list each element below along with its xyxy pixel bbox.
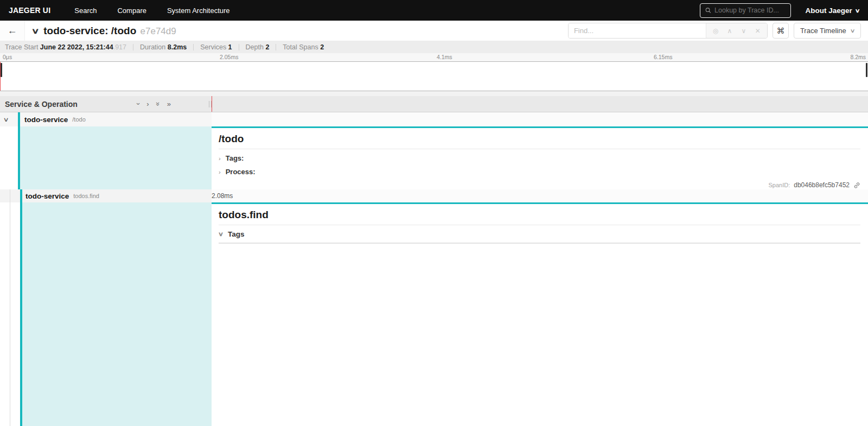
service-accent-bar (20, 189, 22, 202)
span-detail-panel-todos-find: todos.find ∨ Tags (212, 202, 868, 426)
back-arrow-icon: ← (8, 25, 17, 36)
minimap-canvas[interactable] (0, 61, 868, 91)
find-input[interactable] (569, 23, 706, 38)
search-icon (705, 7, 711, 14)
collapse-one-icon[interactable]: › (135, 103, 142, 105)
collapse-trace-chevron-icon[interactable]: ∨ (31, 27, 39, 35)
summary-label: Services (200, 43, 228, 51)
command-icon: ⌘ (776, 26, 784, 36)
nav-item-system-architecture[interactable]: System Architecture (167, 7, 230, 15)
keyboard-shortcuts-button[interactable]: ⌘ (773, 23, 789, 39)
span-detail-row-todo: /todo › Tags: › Process: SpanID: db046b8… (0, 126, 868, 189)
minimap-gap (0, 91, 868, 96)
minimap-left-scrubber[interactable] (1, 63, 2, 77)
match-highlight-icon[interactable]: ◎ (709, 27, 723, 35)
chevron-down-icon: ∨ (218, 231, 224, 238)
about-jaeger-menu[interactable]: About Jaeger ∨ (805, 7, 859, 15)
span-detail-panel-todo: /todo › Tags: › Process: SpanID: db046b8… (212, 126, 868, 189)
minimap-tick-label: 8.2ms (850, 54, 866, 60)
summary-label: Trace Start (5, 43, 40, 51)
trace-id: e7e74d9 (141, 26, 176, 36)
span-detail-title: todos.find (219, 209, 860, 221)
tags-table (219, 243, 860, 244)
span-name-cell[interactable]: ∨ todo-service /todo (0, 112, 212, 126)
nav-item-search[interactable]: Search (74, 7, 97, 15)
span-timeline-cell[interactable] (212, 112, 868, 126)
divider (239, 44, 239, 50)
divider (219, 149, 860, 149)
divider (193, 44, 194, 50)
nav-menu: SearchCompareSystem Architecture (74, 7, 700, 15)
service-accent-bar (18, 112, 20, 126)
prev-result-button[interactable]: ∧ (723, 27, 737, 35)
clear-find-button[interactable]: ✕ (751, 27, 765, 35)
trace-toolbar: ← ∨ todo-service: /todo e7e74d9 ◎ ∧ ∨ ✕ … (0, 21, 868, 41)
timeline-ticks[interactable] (212, 96, 868, 112)
span-id-row: SpanID: db046b8efc5b7452 (219, 181, 860, 189)
process-overview-row[interactable]: › Process: (219, 168, 860, 176)
collapse-all-icon[interactable]: » (155, 102, 162, 106)
trace-view-select[interactable]: Trace Timeline ∨ (794, 23, 861, 39)
tags-overview-row[interactable]: › Tags: (219, 154, 860, 162)
collapse-controls: › › » » (137, 100, 171, 107)
minimap-tick-label: 0μs (0, 54, 12, 60)
summary-item: Trace Start June 22 2022, 15:21:44.917 (5, 43, 126, 51)
span-detail-row-todos-find: todos.find ∨ Tags (0, 202, 868, 426)
minimap-tick-label: 6.15ms (651, 54, 672, 60)
app-brand[interactable]: JAEGER UI (9, 6, 50, 15)
indent-guide (10, 202, 10, 426)
top-nav: JAEGER UI SearchCompareSystem Architectu… (0, 0, 868, 21)
span-timeline-cell[interactable]: 2.08ms (212, 189, 868, 202)
expand-all-icon[interactable]: » (167, 100, 171, 107)
link-icon[interactable] (853, 182, 860, 189)
next-result-button[interactable]: ∨ (737, 27, 751, 35)
tags-section-toggle[interactable]: ∨ Tags (219, 230, 860, 238)
detail-left-fill (20, 126, 212, 189)
chevron-right-icon: › (219, 155, 221, 162)
span-id-value: db046b8efc5b7452 (794, 181, 850, 189)
summary-value: 1 (228, 43, 232, 51)
divider (219, 225, 860, 225)
summary-value: June 22 2022, 15:21:44 (40, 43, 113, 51)
timeline-header: Service & Operation › › » » (0, 96, 868, 112)
span-duration-label: 2.08ms (212, 192, 233, 200)
minimap-tick-label: 2.05ms (217, 54, 238, 60)
expand-one-icon[interactable]: › (146, 100, 149, 107)
nav-item-compare[interactable]: Compare (117, 7, 146, 15)
find-group: ◎ ∧ ∨ ✕ (568, 23, 768, 39)
collapse-children-icon[interactable]: ∨ (3, 116, 9, 123)
summary-item: Total Spans 2 (283, 43, 324, 51)
detail-left-fill (22, 202, 212, 426)
operation-name: /todo (72, 116, 85, 123)
trace-summary-bar: Trace Start June 22 2022, 15:21:44.917Du… (0, 41, 868, 53)
summary-value: 2 (320, 43, 324, 51)
trace-lookup-input[interactable] (714, 7, 786, 14)
minimap-axis-labels: 0μs2.05ms4.1ms6.15ms8.2ms (0, 53, 868, 61)
summary-value: 2 (265, 43, 269, 51)
chevron-down-icon: ∨ (850, 28, 855, 34)
trace-lookup[interactable] (700, 3, 791, 18)
minimap-right-scrubber[interactable] (866, 63, 867, 77)
summary-label: Total Spans (283, 43, 320, 51)
detail-left-column (0, 126, 212, 189)
detail-left-column (0, 202, 212, 426)
service-operation-label: Service & Operation (5, 100, 137, 109)
span-detail-title: /todo (219, 133, 860, 145)
chevron-right-icon: › (219, 169, 221, 175)
back-button[interactable]: ← (0, 21, 25, 41)
span-name-cell[interactable]: todo-service todos.find (0, 189, 212, 202)
divider (133, 44, 133, 50)
summary-item: Services 1 (200, 43, 232, 51)
span-row-todo[interactable]: ∨ todo-service /todo (0, 112, 868, 126)
chevron-down-icon: ∨ (854, 8, 860, 14)
timeline-header-left: Service & Operation › › » » (0, 96, 212, 112)
indent-guide (10, 189, 10, 202)
span-row-todos-find[interactable]: todo-service todos.find 2.08ms (0, 189, 868, 202)
summary-item: Depth 2 (246, 43, 270, 51)
minimap-tick-label: 4.1ms (434, 54, 452, 60)
operation-name: todos.find (73, 193, 99, 199)
trace-title-wrap: ∨ todo-service: /todo e7e74d9 (25, 25, 568, 37)
summary-label: Duration (140, 43, 168, 51)
summary-item: Duration 8.2ms (140, 43, 187, 51)
divider (276, 44, 276, 50)
